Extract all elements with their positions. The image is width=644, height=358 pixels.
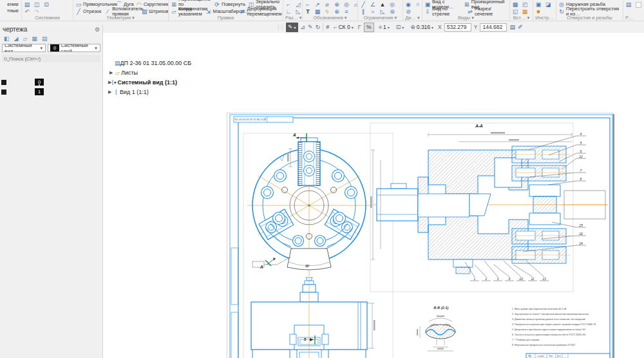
- datum-icon[interactable]: ⊕: [334, 1, 340, 8]
- group-di: ◉ ○ ⊘ Ди… ▾: [403, 0, 422, 21]
- ribbon-corner-button[interactable]: [636, 2, 641, 8]
- toolbar-drag-handle[interactable]: ⋮⋮: [276, 24, 283, 30]
- ortho-icon[interactable]: Γ: [358, 24, 361, 30]
- group-label-instruments[interactable]: Инстр…: [535, 15, 554, 21]
- instr-icon-2[interactable]: ◪: [545, 1, 551, 8]
- layer-number-badge: 1: [35, 88, 44, 95]
- perpendicular-snap-icon[interactable]: ⊿: [301, 24, 306, 30]
- diameter-icon[interactable]: ⌀: [324, 1, 330, 8]
- group-label-holes[interactable]: Отверстия и резьбы: [558, 15, 621, 21]
- r-icon-1[interactable]: ▤: [625, 1, 632, 8]
- tree-item-view-1[interactable]: 1 ▶ ⌊ Вид 1 (1:1): [0, 87, 173, 97]
- y-label: Y: [474, 24, 478, 30]
- group-label-di[interactable]: Ди… ▾: [405, 15, 420, 21]
- instr-icon-3[interactable]: ■: [535, 8, 542, 15]
- snaps-button[interactable]: ✎ ▾: [286, 23, 298, 32]
- rounding-toggle[interactable]: %: [364, 23, 374, 32]
- roughness-icon[interactable]: ◎: [343, 1, 350, 8]
- chevron-down-icon: ▾: [352, 25, 354, 30]
- group-label-geometry[interactable]: Геометрия ▾: [75, 15, 166, 21]
- grid-toggle-icon[interactable]: #: [326, 24, 329, 30]
- svg-text:Б: Б: [304, 337, 307, 341]
- di-icon-3[interactable]: ⊘: [405, 8, 412, 15]
- redo-icon[interactable]: ↷: [33, 8, 40, 15]
- table-icon[interactable]: ▦: [314, 8, 321, 15]
- razm-icon-3[interactable]: ∟: [285, 8, 292, 15]
- insert-icon-1[interactable]: ▩: [512, 1, 518, 8]
- picture-icon[interactable]: ▦: [32, 35, 37, 42]
- collinear-icon[interactable]: ╱: [360, 1, 366, 8]
- group-label-insert[interactable]: Вст… ▾: [512, 15, 531, 21]
- expand-arrow-icon[interactable]: ▶: [108, 90, 113, 95]
- instr-icon-1[interactable]: ▣: [535, 1, 542, 8]
- undo-icon[interactable]: ↶: [24, 8, 30, 15]
- segment-button[interactable]: ╱ Отрезок: [75, 8, 101, 15]
- zoom-tool-select[interactable]: ⊡ ▾: [394, 23, 406, 32]
- zoom-level-select[interactable]: ⊕ 0.316 ▾: [408, 23, 435, 32]
- group-label-symbols[interactable]: Обозначения ▾: [305, 15, 355, 21]
- arrow-note-icon[interactable]: ↗: [314, 1, 321, 8]
- tree-item-document[interactable]: ▤ ДП 2-36 01 31.05.00.00 СБ: [0, 58, 173, 68]
- drawing-sheet-svg: ДП 2-36 01 31.05.00.00 СБ: [227, 113, 613, 358]
- tolerance-icon[interactable]: ⊕: [334, 8, 340, 15]
- tangent-icon[interactable]: ◺: [379, 8, 386, 15]
- scale-button[interactable]: ⇲ Масштабиров…: [205, 8, 236, 15]
- layer-filter-select[interactable]: 0 Системный слой▼: [48, 44, 100, 52]
- section-filter-icon[interactable]: ◢: [14, 35, 19, 42]
- frame-icon[interactable]: ▱: [23, 35, 27, 42]
- equal-icon[interactable]: =: [370, 8, 376, 15]
- layout-icon[interactable]: ◧: [4, 35, 10, 42]
- group-edit: ⊞ Перемещение по координатам ⟳ Повернуть…: [169, 0, 283, 21]
- razm-icon-2[interactable]: ◿: [295, 1, 301, 8]
- tree-item-sheets[interactable]: ▶ ▱ Листы: [0, 68, 173, 77]
- group-label-r[interactable]: Р…: [625, 15, 633, 21]
- sheet-icon[interactable]: ▤: [42, 35, 48, 42]
- eyedropper-icon[interactable]: ✐: [518, 24, 523, 30]
- group-label-razm[interactable]: Раз… ▾: [285, 15, 300, 21]
- coords-mode-icon[interactable]: ▤: [509, 24, 515, 30]
- lower-column: [453, 259, 473, 274]
- text-tool-icon[interactable]: T: [305, 8, 311, 15]
- group-label-constraints[interactable]: Ограничения ▾: [360, 15, 401, 21]
- svg-text:16: 16: [579, 232, 583, 236]
- hatch-button[interactable]: ▨ Штриховка: [141, 8, 169, 15]
- expand-arrow-icon[interactable]: ▶: [109, 70, 114, 75]
- svg-text:7. * Размеры для справок: 7. * Размеры для справок: [512, 339, 540, 341]
- insert-icon-2[interactable]: ◰: [522, 1, 528, 8]
- rotate-icon: ⟳: [214, 1, 220, 8]
- di-icon-1[interactable]: ◉: [405, 1, 412, 8]
- di-icon-2[interactable]: ○: [415, 1, 421, 8]
- ribbon-cut-group: ение тные: [0, 0, 22, 21]
- x-coordinate-field[interactable]: 532.279: [444, 23, 471, 32]
- save-icon[interactable]: ⊡: [43, 1, 50, 8]
- insert-icon-4[interactable]: ▦: [522, 8, 528, 15]
- axis-icon[interactable]: ≡: [343, 8, 350, 15]
- tree-item-system-view[interactable]: 0 ▶ ⌊ ● Системный вид (1:1): [0, 77, 173, 87]
- view-filter-select[interactable]: Системный вид…▼: [2, 44, 46, 52]
- razm-icon-4[interactable]: ◺: [295, 8, 301, 15]
- group-label-edit[interactable]: Правка: [171, 15, 281, 21]
- angle-snap-icon[interactable]: ✎: [308, 24, 313, 30]
- parallel-icon[interactable]: ∥: [360, 8, 366, 15]
- razm-icon-1[interactable]: ⌐: [285, 1, 292, 8]
- leader-icon[interactable]: ⌐: [305, 1, 311, 8]
- gear-icon[interactable]: ⚙: [95, 26, 100, 33]
- frame-note-icon[interactable]: ▱: [353, 1, 358, 8]
- layer-select[interactable]: ≡ 1 ▾: [377, 23, 392, 32]
- angle-icon[interactable]: ∠: [370, 1, 376, 8]
- print-icon[interactable]: ▤: [24, 1, 30, 8]
- insert-icon-3[interactable]: ◱: [512, 8, 518, 15]
- sheet[interactable]: ДП 2-36 01 31.05.00.00 СБ: [227, 113, 613, 358]
- cut-label-1[interactable]: ение: [7, 1, 19, 8]
- fix-icon[interactable]: ▲: [379, 1, 386, 8]
- coordinate-system-select[interactable]: ⌐ СК 0 ▾: [332, 23, 355, 32]
- group-symbols: ⌐ ↗ ⌀ ⊕ ◎ ▱ T ▦ ϟ ⊕ ≡ Обозначения ▾: [303, 0, 358, 21]
- round-snap-icon[interactable]: ↻: [316, 24, 321, 30]
- cut-label-2[interactable]: тные: [7, 8, 19, 14]
- preview-icon[interactable]: ◫: [33, 1, 40, 8]
- group-label-views[interactable]: Виды ▾: [424, 15, 507, 21]
- coincident-icon[interactable]: ⊚: [389, 8, 395, 15]
- lightning-icon[interactable]: ϟ: [324, 8, 330, 15]
- concentric-icon[interactable]: ◎: [389, 1, 395, 8]
- y-coordinate-field[interactable]: 144.682: [480, 23, 507, 32]
